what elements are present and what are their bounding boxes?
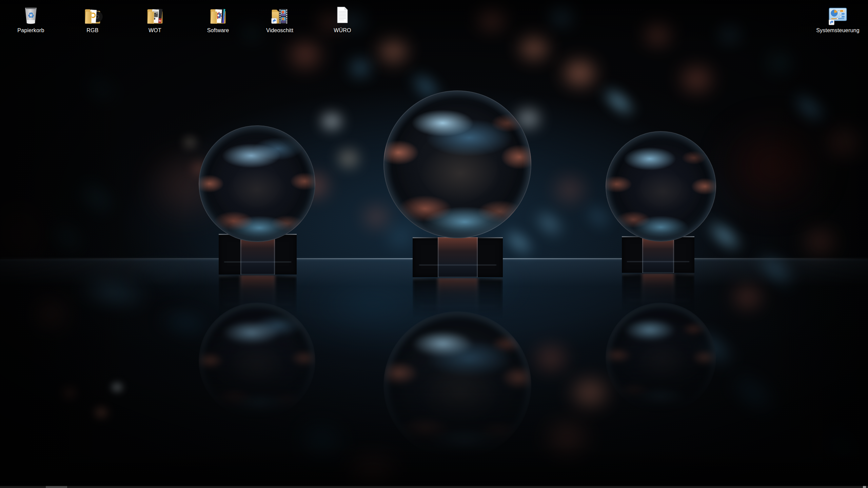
bokeh-blob: [709, 112, 837, 220]
desktop-icon-label: WÜRO: [334, 27, 351, 34]
desktop-icon-software[interactable]: Software: [193, 3, 243, 34]
filmstrip: [279, 9, 288, 24]
recycle-bin-icon: ♻: [19, 3, 42, 26]
desktop-icon-label: WOT: [149, 27, 161, 34]
bokeh-blob: [761, 47, 798, 78]
desktop-icon-wot[interactable]: IN NF WOT: [130, 3, 180, 34]
bokeh-blob: [543, 1, 580, 32]
bokeh-blob: [289, 416, 355, 465]
bokeh-blob: [313, 106, 350, 137]
text-document-icon: [331, 3, 354, 26]
crystal-ball-middle: [383, 90, 531, 238]
bokeh-blob: [589, 74, 648, 129]
bokeh-blob: [470, 2, 514, 36]
crystal-ball-left: [199, 125, 315, 242]
bokeh-blob: [510, 27, 558, 68]
bokeh-blob: [671, 59, 722, 99]
desktop-icon-label: Software: [207, 27, 229, 34]
shortcut-arrow-overlay: [829, 20, 834, 25]
wot-preview-badge: IN: [159, 19, 161, 22]
desktop-icon-systemsteuerung[interactable]: Systemsteuerung: [812, 3, 863, 34]
desktop-wallpaper: [0, 0, 868, 488]
desktop-icon-label: Videoschitt: [266, 27, 293, 34]
bokeh-blob: [370, 30, 417, 71]
desktop-icon-label: Systemsteuerung: [816, 27, 860, 34]
shortcut-arrow-overlay: [272, 18, 277, 24]
bokeh-blob: [807, 416, 868, 484]
sphere-reflection-right: [606, 303, 716, 413]
desktop: ♻ Papierkorb RGB: [0, 0, 868, 488]
desktop-icon-wuero[interactable]: WÜRO: [317, 3, 368, 34]
taskbar-hidden-edge[interactable]: [0, 486, 868, 488]
recycle-symbol: ♻: [27, 11, 34, 20]
media-folder-icon: [81, 3, 104, 26]
bokeh-blob: [25, 296, 76, 333]
desktop-icon-label: RGB: [86, 27, 98, 34]
software-folder-icon: [206, 3, 230, 26]
sphere-reflection-left: [199, 303, 315, 419]
show-desktop-button-sliver[interactable]: [863, 486, 866, 488]
bokeh-blob: [537, 414, 598, 462]
bokeh-blob: [795, 221, 846, 262]
desktop-icon-label: Papierkorb: [17, 27, 44, 34]
bokeh-blob: [180, 134, 200, 151]
bokeh-blob: [713, 20, 747, 47]
video-folder-shortcut-icon: [268, 3, 291, 26]
glass-cube-right: [622, 236, 694, 273]
bokeh-blob: [89, 404, 113, 422]
bokeh-blob: [527, 340, 575, 377]
bokeh-blob: [76, 65, 127, 113]
bokeh-blob: [636, 15, 680, 53]
desktop-icon-rgb[interactable]: RGB: [67, 3, 118, 34]
bokeh-blob: [715, 358, 792, 429]
bokeh-blob: [280, 32, 331, 76]
bokeh-blob: [336, 452, 410, 488]
bokeh-blob: [59, 385, 80, 402]
game-folder-icon: IN NF: [143, 3, 166, 26]
bokeh-blob: [67, 171, 126, 226]
glass-cube-middle: [413, 237, 503, 277]
taskbar-active-app-sliver[interactable]: [46, 486, 67, 488]
bokeh-blob: [41, 212, 95, 262]
bokeh-blob: [332, 144, 366, 173]
control-panel-icon: [826, 3, 849, 26]
sphere-reflection-middle: [383, 311, 531, 459]
desktop-icon-papierkorb[interactable]: ♻ Papierkorb: [5, 3, 56, 34]
bokeh-blob: [107, 379, 127, 396]
desktop-icon-videoschitt[interactable]: Videoschitt: [254, 3, 305, 34]
crystal-ball-right: [606, 131, 716, 242]
